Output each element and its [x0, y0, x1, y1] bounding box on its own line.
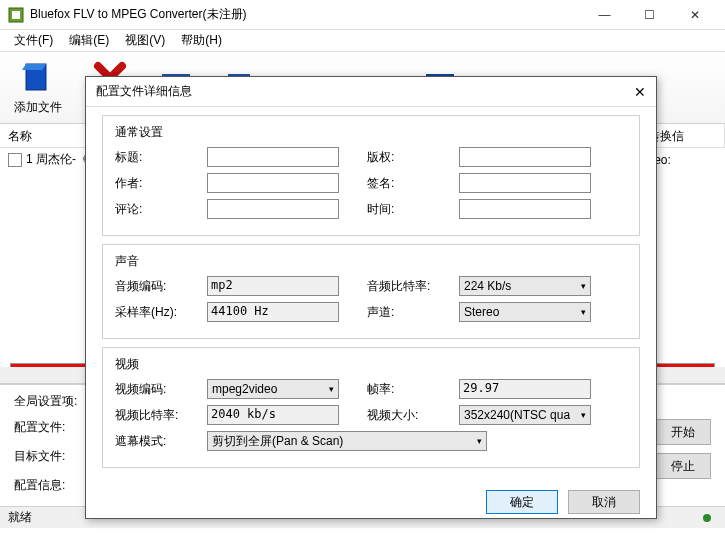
- fps-value: 29.97: [459, 379, 591, 399]
- video-bitrate-label: 视频比特率:: [115, 407, 199, 424]
- window-title: Bluefox FLV to MPEG Converter(未注册): [30, 6, 582, 23]
- author-label: 作者:: [115, 175, 199, 192]
- svg-marker-3: [22, 64, 46, 70]
- chevron-down-icon: ▾: [329, 384, 334, 394]
- general-group: 通常设置 标题: 版权: 作者: 签名: 评论: 时间:: [102, 115, 640, 236]
- dialog-title: 配置文件详细信息: [96, 83, 634, 100]
- video-bitrate-value: 2040 kb/s: [207, 405, 339, 425]
- audio-codec-value: mp2: [207, 276, 339, 296]
- channel-select[interactable]: Stereo▾: [459, 302, 591, 322]
- channel-label: 声道:: [367, 304, 451, 321]
- audio-legend: 声音: [115, 253, 627, 270]
- copyright-input[interactable]: [459, 147, 591, 167]
- start-button[interactable]: 开始: [655, 419, 711, 445]
- sample-rate-value: 44100 Hz: [207, 302, 339, 322]
- dialog-titlebar: 配置文件详细信息 ✕: [86, 77, 656, 107]
- svg-rect-1: [12, 11, 20, 19]
- audio-bitrate-label: 音频比特率:: [367, 278, 451, 295]
- video-size-select[interactable]: 352x240(NTSC qua▾: [459, 405, 591, 425]
- comment-input[interactable]: [207, 199, 339, 219]
- chevron-down-icon: ▾: [581, 307, 586, 317]
- info-label: 配置信息:: [14, 477, 84, 494]
- comment-label: 评论:: [115, 201, 199, 218]
- dialog-buttons: 确定 取消: [86, 488, 656, 518]
- close-button[interactable]: ✕: [672, 1, 717, 29]
- sample-rate-label: 采样率(Hz):: [115, 304, 199, 321]
- time-input[interactable]: [459, 199, 591, 219]
- chevron-down-icon: ▾: [581, 410, 586, 420]
- chevron-down-icon: ▾: [477, 436, 482, 446]
- menu-bar: 文件(F) 编辑(E) 视图(V) 帮助(H): [0, 30, 725, 52]
- ok-button[interactable]: 确定: [486, 490, 558, 514]
- title-label: 标题:: [115, 149, 199, 166]
- app-icon: [8, 7, 24, 23]
- video-group: 视频 视频编码: mpeg2video▾ 帧率: 29.97 视频比特率: 20…: [102, 347, 640, 468]
- add-file-button[interactable]: 添加文件: [14, 60, 62, 116]
- audio-codec-label: 音频编码:: [115, 278, 199, 295]
- menu-file[interactable]: 文件(F): [6, 30, 61, 51]
- global-section-label: 全局设置项:: [14, 393, 84, 410]
- copyright-label: 版权:: [367, 149, 451, 166]
- profile-label: 配置文件:: [14, 419, 84, 436]
- menu-help[interactable]: 帮助(H): [173, 30, 230, 51]
- sign-input[interactable]: [459, 173, 591, 193]
- video-legend: 视频: [115, 356, 627, 373]
- fps-label: 帧率:: [367, 381, 451, 398]
- sign-label: 签名:: [367, 175, 451, 192]
- stop-button[interactable]: 停止: [655, 453, 711, 479]
- dialog-close-button[interactable]: ✕: [634, 84, 646, 100]
- audio-group: 声音 音频编码: mp2 音频比特率: 224 Kb/s▾ 采样率(Hz): 4…: [102, 244, 640, 339]
- chevron-down-icon: ▾: [581, 281, 586, 291]
- audio-bitrate-select[interactable]: 224 Kb/s▾: [459, 276, 591, 296]
- video-codec-select[interactable]: mpeg2video▾: [207, 379, 339, 399]
- add-file-icon: [20, 60, 56, 96]
- time-label: 时间:: [367, 201, 451, 218]
- mask-mode-select[interactable]: 剪切到全屏(Pan & Scan)▾: [207, 431, 487, 451]
- file-icon: [8, 153, 22, 167]
- general-legend: 通常设置: [115, 124, 627, 141]
- video-size-label: 视频大小:: [367, 407, 451, 424]
- minimize-button[interactable]: —: [582, 1, 627, 29]
- target-label: 目标文件:: [14, 448, 84, 465]
- author-input[interactable]: [207, 173, 339, 193]
- menu-view[interactable]: 视图(V): [117, 30, 173, 51]
- video-codec-label: 视频编码:: [115, 381, 199, 398]
- maximize-button[interactable]: ☐: [627, 1, 672, 29]
- mask-mode-label: 遮幕模式:: [115, 433, 199, 450]
- profile-detail-dialog: 配置文件详细信息 ✕ 通常设置 标题: 版权: 作者: 签名: 评论: 时间:: [85, 76, 657, 519]
- status-text: 就绪: [8, 509, 32, 526]
- status-indicator-icon: [703, 514, 711, 522]
- title-input[interactable]: [207, 147, 339, 167]
- cancel-button[interactable]: 取消: [568, 490, 640, 514]
- menu-edit[interactable]: 编辑(E): [61, 30, 117, 51]
- title-bar: Bluefox FLV to MPEG Converter(未注册) — ☐ ✕: [0, 0, 725, 30]
